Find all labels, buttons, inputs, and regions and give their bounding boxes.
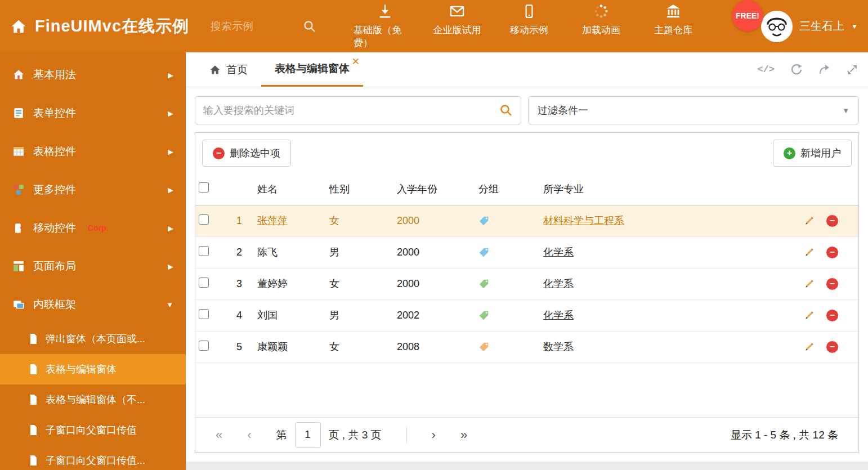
first-page-icon[interactable]: «	[216, 428, 222, 442]
sidebar-subitem-child-to-parent[interactable]: 子窗口向父窗口传值	[0, 415, 186, 445]
select-all-checkbox[interactable]	[199, 182, 209, 193]
row-checkbox[interactable]	[199, 277, 209, 288]
last-page-icon[interactable]: »	[460, 428, 467, 442]
filter-row: 过滤条件一 ▼	[195, 96, 859, 124]
column-header-name: 姓名	[254, 173, 326, 205]
major-link[interactable]: 化学系	[543, 310, 574, 321]
search-icon[interactable]	[499, 104, 513, 117]
sidebar-item-form-controls[interactable]: 表单控件 ▶	[0, 94, 186, 132]
prev-page-icon[interactable]: ‹	[247, 428, 251, 442]
chevron-right-icon: ▶	[168, 109, 173, 118]
sidebar-subitem-popup-window[interactable]: 弹出窗体（本页面或...	[0, 324, 186, 354]
free-badge: FREE!	[732, 0, 763, 32]
page-icon	[28, 364, 38, 375]
nav-item-basic-free[interactable]: 基础版（免费）	[354, 3, 417, 50]
major-link[interactable]: 材料科学与工程系	[543, 215, 624, 226]
next-page-icon[interactable]: ›	[432, 428, 436, 442]
app-title: FineUIMvc在线示例	[35, 15, 189, 38]
sidebar-item-more-controls[interactable]: 更多控件 ▶	[0, 171, 186, 209]
delete-icon[interactable]: −	[826, 310, 838, 321]
major-link[interactable]: 化学系	[543, 247, 574, 258]
edit-icon[interactable]	[804, 247, 815, 258]
row-number: 1	[225, 205, 254, 236]
header-search-input[interactable]	[211, 20, 295, 33]
tab-bar: 首页 表格与编辑窗体 ✕ </>	[186, 52, 868, 87]
fullscreen-icon[interactable]	[847, 64, 858, 75]
sidebar-subitem-label: 子窗口向父窗口传值...	[46, 454, 145, 467]
app-logo[interactable]: FineUIMvc在线示例	[10, 15, 189, 38]
delete-icon[interactable]: −	[826, 341, 838, 353]
sidebar-subitem-grid-edit-window-2[interactable]: 表格与编辑窗体（不...	[0, 384, 186, 415]
cell-name: 董婷婷	[257, 278, 288, 289]
nav-item-theme-repository[interactable]: 主题仓库	[642, 3, 705, 50]
table-row[interactable]: 1 张萍萍 女 2000 材料科学与工程系	[195, 205, 858, 236]
row-checkbox[interactable]	[199, 309, 209, 319]
tab-grid-edit-window[interactable]: 表格与编辑窗体 ✕	[261, 52, 363, 87]
page-icon	[28, 394, 38, 405]
page-icon	[28, 455, 38, 466]
user-menu[interactable]: 三生石上 ▼	[761, 11, 858, 42]
forward-icon[interactable]	[818, 64, 831, 76]
table-row[interactable]: 5 康颖颖 女 2008 数学系	[195, 331, 858, 362]
delete-button-label: 删除选中项	[230, 146, 280, 160]
row-checkbox[interactable]	[199, 341, 209, 351]
delete-icon[interactable]: −	[826, 247, 838, 258]
bank-icon	[665, 3, 681, 19]
user-name: 三生石上	[799, 19, 844, 34]
user-grid-panel: − 删除选中项 + 新增用户	[195, 132, 859, 453]
mobile-icon	[522, 3, 536, 19]
row-checkbox[interactable]	[199, 214, 209, 225]
table-row[interactable]: 4 刘国 男 2002 化学系	[195, 299, 858, 331]
sidebar-item-page-layout[interactable]: 页面布局 ▶	[0, 247, 186, 285]
home-icon	[12, 69, 25, 81]
table-row[interactable]: 3 董婷婷 女 2000 化学系	[195, 268, 858, 299]
sidebar-subitem-child-to-parent-2[interactable]: 子窗口向父窗口传值...	[0, 445, 186, 470]
sidebar-item-grid-controls[interactable]: 表格控件 ▶	[0, 132, 186, 171]
sidebar-item-inline-frame[interactable]: 内联框架 ▼	[0, 285, 186, 324]
delete-selected-button[interactable]: − 删除选中项	[202, 140, 291, 167]
major-link[interactable]: 化学系	[543, 278, 574, 289]
close-icon[interactable]: ✕	[352, 57, 360, 66]
edit-icon[interactable]	[804, 310, 815, 321]
corp-badge: Corp.	[88, 223, 109, 232]
sidebar-subitem-grid-edit-window[interactable]: 表格与编辑窗体	[0, 354, 186, 384]
tab-label: 表格与编辑窗体	[275, 61, 350, 76]
delete-icon[interactable]: −	[826, 215, 838, 227]
page-number-input[interactable]	[295, 422, 321, 448]
major-link[interactable]: 数学系	[543, 341, 574, 352]
nav-item-mobile-demo[interactable]: 移动示例	[498, 3, 561, 50]
sidebar-subitem-label: 表格与编辑窗体（不...	[46, 393, 145, 406]
filter-dropdown[interactable]: 过滤条件一 ▼	[528, 96, 859, 124]
table-row[interactable]: 2 陈飞 男 2000 化学系	[195, 236, 858, 268]
cell-year: 2000	[393, 236, 475, 268]
nav-item-loading-animations[interactable]: 加载动画	[570, 3, 633, 50]
delete-icon[interactable]: −	[826, 278, 838, 290]
edit-icon[interactable]	[804, 278, 815, 289]
form-icon	[12, 107, 25, 119]
cell-group	[475, 236, 540, 268]
cell-gender: 女	[326, 205, 393, 236]
page-prefix-label: 第	[276, 428, 287, 442]
page-number-group: 第 页 , 共 3 页	[276, 422, 382, 448]
page-suffix-label: 页 , 共 3 页	[329, 428, 382, 442]
tab-home[interactable]: 首页	[196, 52, 261, 87]
nav-item-enterprise-trial[interactable]: 企业版试用	[426, 3, 489, 50]
tab-toolbar: </>	[757, 52, 858, 87]
add-user-button[interactable]: + 新增用户	[773, 140, 852, 167]
edit-icon[interactable]	[804, 215, 815, 226]
sidebar-subitem-label: 弹出窗体（本页面或...	[46, 332, 145, 346]
minus-circle-icon: −	[213, 147, 225, 159]
row-checkbox[interactable]	[199, 246, 209, 256]
edit-icon[interactable]	[804, 341, 815, 352]
chevron-down-icon: ▼	[851, 23, 858, 30]
column-header-major: 所学专业	[540, 173, 792, 205]
column-header-gender: 性别	[326, 173, 393, 205]
sidebar-item-basic-usage[interactable]: 基本用法 ▶	[0, 56, 186, 94]
sidebar-item-mobile-controls[interactable]: 移动控件 Corp. ▶	[0, 209, 186, 247]
search-icon[interactable]	[303, 20, 316, 33]
code-icon[interactable]: </>	[757, 64, 775, 75]
refresh-icon[interactable]	[790, 64, 803, 76]
download-icon	[377, 3, 393, 19]
cell-group	[475, 299, 540, 331]
keyword-search-input[interactable]	[203, 105, 499, 117]
